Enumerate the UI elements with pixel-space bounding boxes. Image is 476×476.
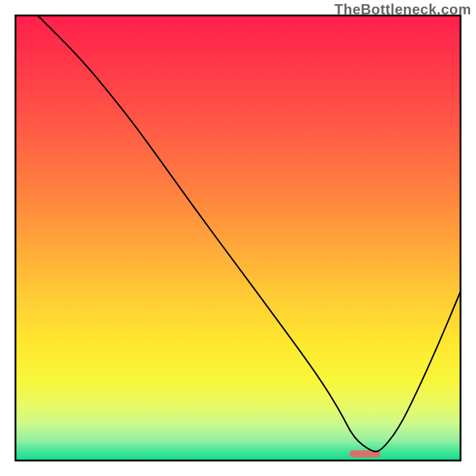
watermark-text: TheBottleneck.com [334, 1, 471, 18]
chart-background [15, 15, 461, 461]
chart-svg [0, 0, 476, 476]
chart-container: TheBottleneck.com [0, 0, 476, 476]
